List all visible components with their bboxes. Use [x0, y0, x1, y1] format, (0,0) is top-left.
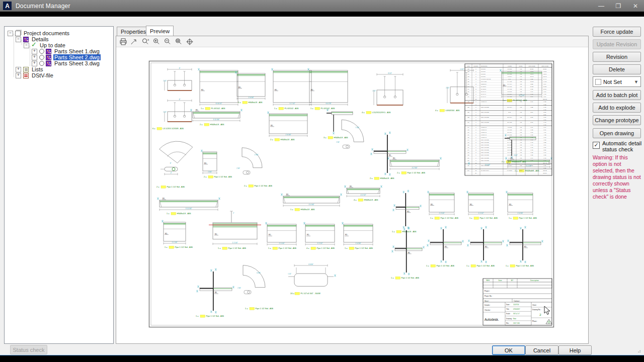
svg-text:119.45: 119.45: [543, 162, 547, 164]
svg-text:Pipe 1 1/2 Std: Pipe 1 1/2 Std: [481, 144, 489, 146]
detail-style-radio[interactable]: [39, 61, 44, 66]
expand-icon[interactable]: +: [16, 67, 21, 72]
svg-text:5.60: 5.60: [531, 101, 533, 103]
svg-text:4": 4": [171, 172, 172, 174]
svg-text:7 3/4": 7 3/4": [355, 127, 359, 129]
svg-text:1": 1": [233, 212, 234, 214]
detail-style-radio[interactable]: [39, 55, 44, 60]
resize-grip[interactable]: ⣠: [637, 347, 642, 352]
revision-button[interactable]: Revision: [593, 52, 641, 62]
svg-text:1: 1: [475, 144, 476, 146]
svg-text:0.85: 0.85: [531, 154, 533, 156]
expand-icon[interactable]: +: [32, 61, 37, 66]
svg-text:2.17: 2.17: [531, 122, 533, 123]
tree-item-parts-sheet-2-dwg[interactable]: +Parts Sheet 2.dwg: [32, 54, 101, 60]
svg-text:A36: A36: [520, 127, 522, 128]
svg-text:New: New: [513, 318, 517, 320]
svg-text:1: 1: [475, 167, 476, 169]
collapse-icon[interactable]: −: [16, 37, 21, 42]
svg-text:A36: A36: [520, 144, 522, 146]
svg-text:1 1/2": 1 1/2": [288, 273, 291, 275]
zoom-dynamic-icon[interactable]: ±: [141, 38, 149, 46]
svg-text:p5: p5: [468, 91, 469, 93]
tree-guide: [30, 46, 30, 66]
svg-text:17.25: 17.25: [543, 86, 547, 87]
tree-item-parts-sheet-1-dwg[interactable]: +Parts Sheet 1.dwg: [32, 48, 101, 54]
svg-text:HS48x4.8 - A36: HS48x4.8 - A36: [210, 123, 225, 126]
tree-item-label: Parts Sheet 2.dwg: [53, 54, 101, 60]
collapse-icon[interactable]: −: [8, 31, 13, 36]
add-to-batch-plot-button[interactable]: Add to batch plot: [593, 90, 641, 100]
zoom-window-icon[interactable]: [175, 38, 183, 46]
svg-text:1.72: 1.72: [544, 104, 546, 106]
delete-button[interactable]: Delete: [593, 64, 641, 74]
ok-button[interactable]: OK: [492, 345, 525, 355]
svg-text:3.98: 3.98: [544, 137, 546, 138]
svg-text:1'-0 3/4": 1'-0 3/4": [507, 154, 512, 156]
tree-item-dstv-file[interactable]: +DStV-file: [16, 72, 54, 78]
svg-text:4'-2 1/2": 4'-2 1/2": [507, 127, 512, 128]
cancel-button[interactable]: Cancel: [525, 345, 558, 355]
tab-properties[interactable]: Properties: [117, 27, 150, 36]
svg-text:W 8X10: W 8X10: [481, 71, 486, 72]
tree-item-up-to-date[interactable]: −Up to date: [24, 42, 66, 48]
zoom-in-icon[interactable]: [152, 38, 160, 46]
zoom-out-icon[interactable]: [164, 38, 172, 46]
svg-text:RD: RD: [431, 204, 433, 206]
svg-text:RD: RD: [345, 234, 348, 236]
svg-text:2017-134: 2017-134: [513, 322, 520, 324]
svg-text:RD: RD: [503, 84, 506, 86]
expand-icon[interactable]: +: [32, 55, 37, 60]
pan-icon[interactable]: [130, 38, 138, 46]
auto-status-checkbox[interactable]: ✓: [593, 142, 600, 149]
tree-item-parts-sheet-3-dwg[interactable]: +Parts Sheet 3.dwg: [32, 60, 101, 66]
svg-text:PL 3/8X6: PL 3/8X6: [481, 88, 487, 90]
tab-preview[interactable]: Preview: [146, 26, 174, 36]
svg-text:3.42: 3.42: [544, 94, 546, 95]
svg-text:2'-2 1/4": 2'-2 1/4": [507, 147, 512, 148]
svg-text:1 =: 1 =: [392, 230, 395, 233]
svg-text:w5: w5: [467, 71, 469, 72]
svg-text:2.52: 2.52: [531, 83, 533, 85]
detail-style-radio[interactable]: [39, 49, 44, 54]
svg-text:2 1/2": 2 1/2": [163, 111, 167, 113]
svg-text:RD: RD: [163, 198, 165, 200]
svg-text:A36: A36: [520, 112, 522, 113]
svg-text:0'-9 1/2": 0'-9 1/2": [507, 96, 512, 98]
force-update-button[interactable]: Force update: [593, 27, 641, 37]
svg-text:1 =: 1 =: [201, 107, 204, 110]
close-button[interactable]: ✕: [627, 0, 644, 12]
svg-text:Pipe 1 1/2 Std: Pipe 1 1/2 Std: [481, 117, 489, 118]
svg-text:RD: RD: [445, 246, 447, 248]
open-drawing-button[interactable]: Open drawing: [593, 128, 641, 138]
restore-button[interactable]: ❐: [610, 0, 627, 12]
svg-text:Title :: Title :: [506, 308, 510, 310]
drawing-sheet-preview[interactable]: 8"2 1/2"8"2 1/2"6 =L3 1/2X3 1/2X3/8 - A3…: [149, 61, 554, 327]
expand-icon[interactable]: +: [32, 49, 37, 54]
svg-text:Scale :: Scale :: [506, 313, 511, 315]
status-dropdown[interactable]: Not Set ▼: [593, 76, 641, 87]
svg-text:48.15: 48.15: [543, 71, 547, 72]
zoom-extents-icon[interactable]: [186, 38, 194, 46]
expand-icon[interactable]: +: [16, 73, 21, 78]
collapse-icon[interactable]: −: [24, 43, 29, 48]
check-icon: [31, 43, 37, 48]
change-prototype-button[interactable]: Change prototype: [593, 115, 641, 125]
svg-text:56.21: 56.21: [530, 68, 534, 70]
svg-text:1: 1: [475, 101, 476, 103]
help-button[interactable]: Help: [558, 345, 592, 355]
tree-item-label: DStV-file: [31, 72, 54, 78]
svg-text:1.12: 1.12: [531, 129, 533, 131]
svg-text:33.42: 33.42: [543, 76, 547, 77]
svg-text:2 3/4": 2 3/4": [336, 141, 340, 143]
svg-text:p3: p3: [468, 96, 469, 98]
svg-text:0.71: 0.71: [544, 167, 546, 169]
add-to-explode-button[interactable]: Add to explode: [593, 103, 641, 113]
minimize-button[interactable]: —: [593, 0, 610, 12]
svg-text:2 1/2": 2 1/2": [446, 87, 449, 89]
svg-text:2'-2": 2'-2": [509, 112, 511, 113]
tree-item-project-documents[interactable]: −Project documents: [8, 30, 70, 36]
tree-item-lists[interactable]: +Lists: [16, 66, 44, 72]
svg-text:1: 1: [475, 129, 476, 131]
print-icon[interactable]: [119, 38, 127, 46]
